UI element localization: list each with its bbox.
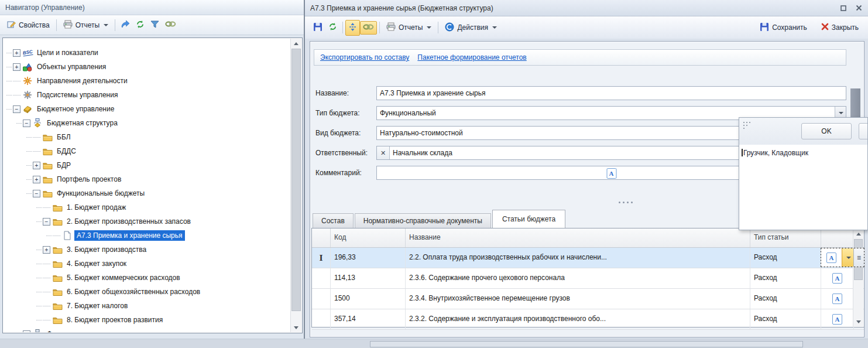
formatted-text-icon[interactable]: A	[821, 253, 842, 263]
row-indicator: I	[312, 248, 331, 268]
scroll-down-icon[interactable]	[853, 317, 863, 326]
chevron-down-icon	[492, 26, 497, 29]
popup-cancel-button[interactable]: Отмена	[859, 123, 868, 139]
tab-item[interactable]: Нормативно-справочные документы	[355, 213, 491, 228]
collapse-icon[interactable]: −	[13, 105, 20, 113]
tree-indent	[13, 81, 20, 81]
close-window-button[interactable]	[855, 4, 863, 12]
document-icon	[62, 231, 73, 240]
reports-button[interactable]: Отчеты	[382, 20, 435, 35]
formatted-text-icon[interactable]: A	[606, 168, 616, 179]
tree-item[interactable]: Подсистемы управления	[4, 88, 290, 102]
tree-item[interactable]: 5. Бюджет коммерческих расходов	[4, 271, 290, 285]
save-icon-button[interactable]	[310, 20, 325, 36]
expand-icon[interactable]: +	[43, 246, 50, 254]
tree-item[interactable]: +Финансовая структура	[4, 327, 290, 332]
split-view-toggle[interactable]	[345, 20, 360, 36]
scroll-down-icon[interactable]	[291, 323, 301, 332]
tree-item[interactable]: +3. Бюджет производства	[4, 243, 290, 257]
tree-scrollbar[interactable]	[290, 39, 301, 332]
tree-item[interactable]: ББЛ	[4, 130, 290, 144]
tree-item-label: 4. Бюджет закупок	[64, 258, 129, 269]
folder-icon	[52, 301, 63, 311]
grip-handle-icon[interactable]	[743, 122, 745, 123]
column-header[interactable]	[821, 228, 854, 247]
inline-cell-editor[interactable]: A≡	[821, 248, 864, 267]
expand-icon[interactable]: +	[13, 63, 20, 71]
go-to-button[interactable]	[118, 18, 133, 33]
tab-item[interactable]: Состав	[313, 213, 354, 228]
table-scrollbar[interactable]	[853, 229, 863, 326]
tree-item[interactable]: +Портфель проектов	[4, 172, 290, 186]
expand-icon[interactable]: +	[33, 162, 40, 169]
tree-item[interactable]: +Объекты управления	[4, 60, 290, 74]
tree-item[interactable]: 7. Бюджет налогов	[4, 299, 290, 313]
properties-button[interactable]: Свойства	[3, 18, 54, 33]
tab-active[interactable]: Статьи бюджета	[492, 210, 565, 228]
splitter-handle[interactable]	[619, 202, 634, 204]
table-row[interactable]: I196,332.2. Оплата труда производственны…	[312, 248, 864, 268]
collapse-icon[interactable]: −	[43, 218, 50, 226]
dropdown-button[interactable]	[842, 248, 853, 267]
tree-item[interactable]: −Бюджетная структура	[4, 116, 290, 130]
tree-item[interactable]: 6. Бюджет общехозяйственных расходов	[4, 285, 290, 299]
tree-item[interactable]: Направления деятельности	[4, 74, 290, 88]
save-button[interactable]: Сохранить	[756, 20, 811, 36]
table-row[interactable]: 357,142.3.2. Содержание и эксплуатация п…	[312, 309, 864, 330]
expand-icon[interactable]: +	[23, 330, 30, 333]
hyperlink[interactable]: Пакетное формирование отчетов	[417, 53, 526, 62]
popup-text-editor[interactable]: Грузчик, Кладовщик	[739, 145, 867, 230]
column-header[interactable]: Тип статьи	[750, 228, 821, 247]
tree-item[interactable]: 1. Бюджет продаж	[4, 200, 290, 214]
tree-scrollbar-thumb[interactable]	[291, 49, 301, 311]
tree-indent	[43, 207, 50, 208]
tree-item[interactable]: +BSCЦели и показатели	[4, 46, 290, 60]
orgchart-gold-icon	[32, 118, 43, 128]
actions-button[interactable]: Действия	[441, 20, 501, 36]
tree-item[interactable]: −Функциональные бюджеты	[4, 186, 290, 200]
link-toggle[interactable]	[360, 21, 377, 35]
cell-comment[interactable]: A	[821, 289, 854, 309]
tree-item[interactable]: +БДР	[4, 158, 290, 172]
popup-ok-button[interactable]: OK	[801, 123, 852, 139]
tree-item[interactable]: −2. Бюджет производственных запасов	[4, 214, 290, 228]
filter-button[interactable]	[147, 18, 162, 32]
table-row[interactable]: 114,132.3.6. Содержание прочего цехового…	[312, 268, 864, 289]
field-text[interactable]: А7.3 Приемка и хранение сырья	[376, 86, 846, 100]
tree-item[interactable]: А7.3 Приемка и хранение сырья	[4, 228, 290, 243]
table-row[interactable]: 15002.3.4. Внутрихозяйственное перемещен…	[312, 289, 864, 309]
ibeam-cursor-icon: I	[319, 254, 323, 262]
collapse-icon[interactable]: −	[33, 190, 40, 197]
tree-line	[36, 320, 42, 320]
hyperlink[interactable]: Экспортировать по составу	[320, 53, 409, 62]
expand-icon[interactable]: +	[13, 49, 20, 57]
column-header[interactable]: Название	[406, 228, 750, 247]
scroll-up-icon[interactable]	[853, 229, 863, 238]
collapse-icon[interactable]: −	[23, 120, 30, 127]
star-icon	[22, 76, 33, 86]
formatted-text-icon[interactable]: A	[832, 273, 842, 284]
formatted-text-icon[interactable]: A	[832, 294, 842, 304]
tree-item[interactable]: 4. Бюджет закупок	[4, 257, 290, 271]
refresh-button[interactable]	[133, 18, 147, 33]
tree-item[interactable]: БДДС	[4, 144, 290, 158]
column-header[interactable]	[312, 228, 331, 247]
expand-icon[interactable]: +	[33, 176, 40, 183]
popup-text: Грузчик, Кладовщик	[743, 149, 808, 157]
maximize-button[interactable]	[839, 4, 848, 12]
clear-icon[interactable]: ✕	[377, 146, 390, 159]
close-button[interactable]: Закрыть	[817, 21, 863, 35]
cell-comment[interactable]: A	[821, 268, 854, 288]
scroll-up-icon[interactable]	[291, 39, 301, 48]
reports-button[interactable]: Отчеты	[59, 18, 112, 33]
folder-icon	[52, 287, 63, 296]
formatted-text-icon[interactable]: A	[832, 314, 842, 325]
refresh-button[interactable]	[325, 20, 340, 35]
editor-menu-button[interactable]: ≡	[853, 248, 864, 267]
cell-comment[interactable]: A	[821, 309, 854, 329]
link-button[interactable]	[162, 18, 179, 32]
tree-item[interactable]: 8. Бюджет проектов развития	[4, 313, 290, 327]
column-header[interactable]: Код	[331, 228, 406, 247]
tree-line	[26, 151, 32, 152]
tree-item[interactable]: −Бюджетное управление	[4, 102, 290, 116]
